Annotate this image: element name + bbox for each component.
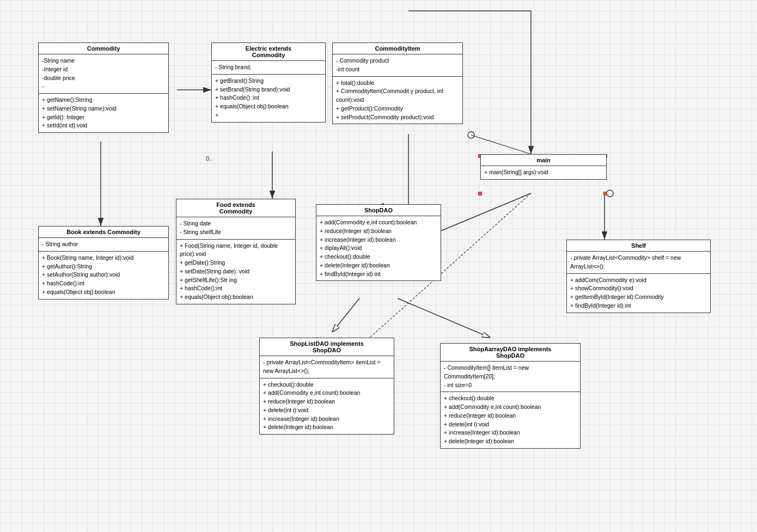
svg-line-13 xyxy=(332,298,359,332)
food-attributes: - String date- String shelfLife xyxy=(176,217,295,240)
shop-dao-box: ShopDAO + add(Commodity e,int count):boo… xyxy=(316,204,441,281)
commodity-attributes: -String name-Integer id-double price- xyxy=(39,54,168,94)
svg-text:0..: 0.. xyxy=(206,155,212,162)
book-title: Book extends Commodity xyxy=(39,227,168,238)
selection-handle xyxy=(478,192,482,195)
shop-dao-title: ShopDAO xyxy=(316,205,441,216)
svg-point-18 xyxy=(468,132,474,138)
commodity-methods: + getName():Strring+ setName(String name… xyxy=(39,94,168,132)
electric-attributes: - String brand; xyxy=(212,61,325,75)
commodity-item-title: CommodityItem xyxy=(333,43,462,54)
shelf-title: Shelf xyxy=(567,240,710,252)
electric-box: Electric extendsCommodity - String brand… xyxy=(211,42,326,123)
main-methods: + main(String[] args):void xyxy=(481,166,606,179)
shelf-box: Shelf - private ArrayList<Commodity> she… xyxy=(566,240,711,313)
commodity-title: Commodity xyxy=(39,43,168,54)
food-title: Food extendsCommodity xyxy=(176,199,295,217)
food-methods: + Food(String name, Integer id, double p… xyxy=(176,240,295,304)
main-box: main + main(String[] args):void xyxy=(480,154,607,180)
commodity-item-methods: + total():double+ CommodityItem(Commodit… xyxy=(333,77,462,124)
svg-point-20 xyxy=(607,190,613,197)
shop-list-dao-box: ShopListDAO implementsShopDAO - private … xyxy=(259,338,394,435)
shop-list-dao-attributes: - private ArrayList<CommodityItem> itemL… xyxy=(260,356,394,378)
svg-line-14 xyxy=(398,298,490,338)
shop-array-dao-methods: + checkout():double+ add(Commodity e,int… xyxy=(441,392,580,448)
selection-handle xyxy=(603,192,607,195)
book-attributes: - String author xyxy=(39,238,168,252)
shop-list-dao-methods: + checkout():double+ add(Commodity e,int… xyxy=(260,378,394,435)
uml-canvas: 0.. Commodity -String name-Integer id-do… xyxy=(0,0,757,532)
main-title: main xyxy=(481,155,606,166)
electric-title: Electric extendsCommodity xyxy=(212,43,325,61)
shelf-methods: + addCom(Commodity e):void+ showCommodit… xyxy=(567,274,710,313)
shop-array-dao-attributes: - CommodityItem[] itemList = new Commodi… xyxy=(441,362,580,392)
commodity-item-box: CommodityItem - Commodity product-int co… xyxy=(332,42,463,124)
commodity-box: Commodity -String name-Integer id-double… xyxy=(38,42,169,133)
book-box: Book extends Commodity - String author +… xyxy=(38,226,169,299)
shop-array-dao-box: ShopAarrayDAO implementsShopDAO - Commod… xyxy=(440,343,581,449)
shelf-attributes: - private ArrayList<Commodity> shelf = n… xyxy=(567,252,710,274)
food-box: Food extendsCommodity - String date- Str… xyxy=(176,199,296,304)
svg-line-11 xyxy=(433,193,531,234)
commodity-item-attributes: - Commodity product-int count xyxy=(333,54,462,77)
shop-array-dao-title: ShopAarrayDAO implementsShopDAO xyxy=(441,344,580,362)
book-methods: + Book(String name, Integer id):void+ ge… xyxy=(39,252,168,299)
svg-line-19 xyxy=(471,135,531,154)
shop-dao-methods: + add(Commodity e,int count):boolean+ re… xyxy=(316,216,441,280)
shop-list-dao-title: ShopListDAO implementsShopDAO xyxy=(260,338,394,356)
electric-methods: + getBrand():String+ setBrand(String bra… xyxy=(212,75,325,122)
